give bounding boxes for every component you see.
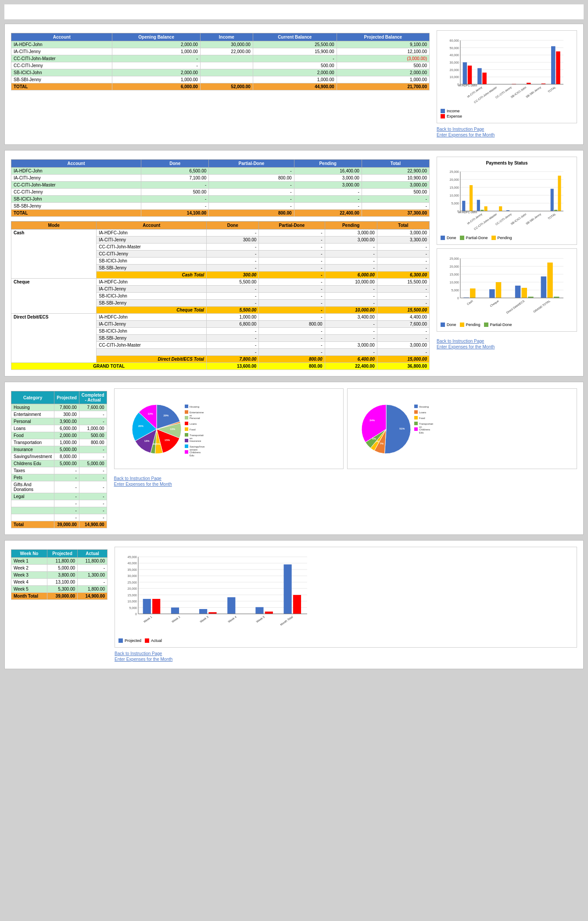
mode-status-chart: 05,00010,00015,00020,00025,000CashCheque… — [441, 254, 568, 320]
summary-col-account: Account — [11, 33, 112, 41]
actual-legend-box — [145, 638, 149, 643]
pie-projected-chart: 20%10%15%5%3%13%20%13%HousingEntertainme… — [118, 394, 215, 464]
summary-row-income — [200, 69, 253, 76]
summary-row-opening: - — [112, 62, 200, 69]
break-done: 300.00 — [207, 237, 259, 244]
summary-link-enter[interactable]: Enter Expenses for the Month — [437, 133, 577, 137]
break-total: - — [377, 286, 429, 293]
cat-row-cat: Insurance — [11, 446, 54, 453]
break-done: - — [207, 328, 259, 335]
break-done: - — [207, 349, 259, 356]
week-link-enter[interactable]: Enter Expenses for the Month — [115, 657, 577, 662]
break-total: 3,000.00 — [377, 342, 429, 349]
section-category: Category Projected Completed - Actual Ho… — [4, 382, 584, 535]
break-pending: - — [325, 258, 377, 265]
svg-text:Personal: Personal — [190, 417, 200, 419]
break-done: - — [207, 335, 259, 342]
svg-rect-148 — [414, 416, 418, 419]
svg-rect-184 — [208, 612, 216, 614]
break-pending: 3,000.00 — [325, 237, 377, 244]
svg-rect-124 — [185, 422, 188, 425]
break-acct — [97, 349, 207, 356]
week-row-no: Week 5 — [11, 586, 47, 593]
svg-rect-122 — [185, 416, 188, 419]
category-link-enter[interactable]: Enter Expenses for the Month — [114, 482, 577, 487]
break-pending: - — [325, 244, 377, 251]
svg-text:15%: 15% — [165, 439, 170, 441]
svg-text:20,000: 20,000 — [450, 178, 459, 181]
week-link-back[interactable]: Back to Instruction Page — [115, 651, 577, 656]
week-row-proj: 5,300.00 — [47, 586, 77, 593]
summary-row-projected: 500.00 — [337, 62, 429, 69]
break-partial: - — [259, 286, 325, 293]
svg-rect-128 — [185, 433, 188, 437]
summary-link-back[interactable]: Back to Instruction Page — [437, 127, 577, 132]
break-sub-pending: 6,400.00 — [325, 356, 377, 363]
actual-legend-label: Actual — [151, 638, 162, 643]
break-done: - — [207, 229, 259, 237]
payments-link-back[interactable]: Back to Instruction Page — [437, 339, 577, 344]
summary-row-projected: 2,000.00 — [337, 69, 429, 76]
week-row-proj: 39,000.00 — [47, 593, 77, 600]
pay-row-partial: - — [209, 189, 294, 196]
svg-text:Month Total: Month Total — [280, 615, 294, 626]
mode-status-chart-box: 05,00010,00015,00020,00025,000CashCheque… — [437, 248, 577, 332]
cat-row-actual: - — [79, 507, 107, 514]
week-right: 05,00010,00015,00020,00025,00030,00035,0… — [115, 547, 577, 663]
pay-col-total: Total — [362, 160, 429, 168]
svg-rect-178 — [199, 609, 207, 614]
break-total: - — [377, 300, 429, 307]
summary-row-projected: (3,000.00) — [337, 55, 429, 62]
break-partial: - — [259, 342, 325, 349]
break-grand-partial: 800.00 — [259, 363, 325, 370]
summary-row-current: 44,900.00 — [253, 83, 337, 90]
category-link-back[interactable]: Back to Instruction Page — [114, 476, 577, 481]
partial-legend2-label: Partial-Done — [490, 323, 512, 327]
svg-text:51%: 51% — [400, 427, 405, 430]
break-partial: - — [259, 279, 325, 286]
income-legend-box — [441, 109, 445, 113]
break-total: - — [377, 244, 429, 251]
svg-text:20,000: 20,000 — [450, 265, 459, 268]
payments-link-enter[interactable]: Enter Expenses for the Month — [437, 344, 577, 349]
svg-text:30,000: 30,000 — [128, 574, 137, 577]
break-partial: 800.00 — [259, 321, 325, 328]
svg-rect-15 — [477, 68, 482, 84]
pending-legend2: Pending — [460, 323, 480, 327]
cat-row-proj: 1,000.00 — [54, 439, 79, 446]
cat-row-cat: Personal — [11, 418, 54, 425]
week-row-proj: 3,800.00 — [47, 572, 77, 579]
pay-row-partial: - — [209, 196, 294, 203]
summary-col-projected: Projected Balance — [337, 33, 429, 41]
svg-text:Cash: Cash — [466, 299, 473, 306]
break-sub-pending: 6,000.00 — [325, 272, 377, 279]
break-mode-label: Cash — [11, 229, 97, 279]
break-partial: - — [259, 349, 325, 356]
svg-text:20,000: 20,000 — [450, 68, 459, 72]
break-acct: SB-ICICI-John — [97, 328, 207, 335]
svg-rect-177 — [171, 608, 179, 614]
svg-rect-14 — [463, 62, 467, 84]
cat-row-actual: - — [79, 418, 107, 425]
week-row-no: Week 1 — [11, 558, 47, 565]
week-col-proj: Projected — [47, 550, 77, 558]
break-col-acct: Account — [97, 222, 207, 229]
summary-col-current: Current Balance — [253, 33, 337, 41]
break-col-pending: Pending — [325, 222, 377, 229]
svg-rect-97 — [522, 288, 527, 298]
week-links: Back to Instruction Page Enter Expenses … — [115, 651, 577, 663]
pending-legend2-label: Pending — [466, 323, 480, 327]
summary-row-current: 25,500.00 — [253, 41, 337, 48]
income-legend-label: Income — [447, 109, 460, 113]
pay-row-total: 10,900.00 — [362, 175, 429, 182]
pay-row-partial: 800.00 — [209, 210, 294, 217]
week-row-no: Week 4 — [11, 579, 47, 586]
break-acct: IA-HDFC-John — [97, 279, 207, 286]
cat-row-actual: 7,600.00 — [79, 404, 107, 411]
pay-col-done: Done — [141, 160, 209, 168]
svg-text:Food: Food — [190, 428, 196, 431]
break-done: - — [207, 244, 259, 251]
break-sub-total: 15,000.00 — [377, 356, 429, 363]
done-legend: Done — [441, 236, 456, 240]
svg-text:15,000: 15,000 — [450, 186, 459, 189]
